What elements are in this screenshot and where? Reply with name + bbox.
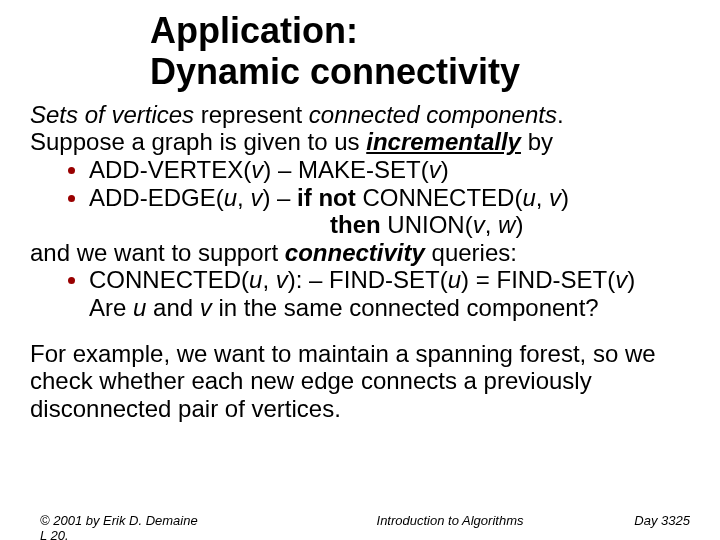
var-v2: v	[615, 266, 627, 293]
bullet-dot-icon	[68, 277, 75, 284]
bullet-dot-icon	[68, 167, 75, 174]
rp2: )	[561, 184, 569, 211]
text-incrementally: incrementally	[366, 128, 521, 155]
connected-op: CONNECTED	[89, 266, 241, 293]
var-v: v	[473, 211, 485, 238]
var-u2: u	[522, 184, 535, 211]
lp2: (	[440, 266, 448, 293]
bullet-add-edge-text: ADD-EDGE(u, v) – if not CONNECTED(u, v)	[89, 184, 698, 212]
then-union-line: then UNION(v, w)	[330, 211, 698, 239]
example-paragraph: For example, we want to maintain a spann…	[30, 340, 698, 423]
rp2: )	[461, 266, 469, 293]
support-suffix: queries:	[425, 239, 517, 266]
dash: –	[271, 156, 298, 183]
support-prefix: and we want to support	[30, 239, 285, 266]
copyright: © 2001 by Erik D. Demaine	[40, 513, 198, 528]
lp: (	[465, 211, 473, 238]
lp2: (	[421, 156, 429, 183]
rp: )	[288, 266, 296, 293]
q-u: u	[133, 294, 146, 321]
q-rest: in the same connected component?	[212, 294, 599, 321]
q-and: and	[146, 294, 199, 321]
paragraph-sets: Sets of vertices represent connected com…	[30, 101, 698, 129]
text-period: .	[557, 101, 564, 128]
comma2: ,	[536, 184, 549, 211]
text-sets-of-vertices: Sets of vertices	[30, 101, 194, 128]
paragraph-suppose: Suppose a graph is given to us increment…	[30, 128, 698, 156]
bullet-connected: CONNECTED(u, v): – FIND-SET(u) = FIND-SE…	[68, 266, 698, 294]
var-v: v	[250, 184, 262, 211]
bullet-connected-text: CONNECTED(u, v): – FIND-SET(u) = FIND-SE…	[89, 266, 698, 294]
rp: )	[515, 211, 523, 238]
add-vertex-op: ADD-VERTEX	[89, 156, 243, 183]
var-u: u	[224, 184, 237, 211]
var-v2: v	[549, 184, 561, 211]
q-v: v	[200, 294, 212, 321]
text-represent: represent	[194, 101, 309, 128]
var-u2: u	[448, 266, 461, 293]
footer-left: © 2001 by Erik D. Demaine L 20.	[40, 513, 300, 540]
text-suppose-suffix: by	[521, 128, 553, 155]
comma: ,	[237, 184, 250, 211]
footer-center: Introduction to Algorithms	[300, 513, 600, 528]
add-edge-op: ADD-EDGE	[89, 184, 216, 211]
text-connected-components: connected components	[309, 101, 557, 128]
colon-dash: : –	[296, 266, 329, 293]
then-kw: then	[330, 211, 381, 238]
var-u: u	[249, 266, 262, 293]
set-tail: SET	[560, 266, 607, 293]
lp3: (	[607, 266, 615, 293]
title-line-1: Application:	[150, 10, 358, 51]
dash: –	[270, 184, 297, 211]
slide-body: Sets of vertices represent connected com…	[30, 101, 698, 322]
lp: (	[241, 266, 249, 293]
footer: © 2001 by Erik D. Demaine L 20. Introduc…	[0, 513, 720, 540]
find-hyph: FIND-	[496, 266, 560, 293]
q-are: Are	[89, 294, 133, 321]
union-op: UNION	[387, 211, 464, 238]
footer-right: Day 3325	[600, 513, 690, 528]
bullet-add-vertex-text: ADD-VERTEX(v) – MAKE-SET(v)	[89, 156, 698, 184]
slide: Application: Dynamic connectivity Sets o…	[0, 10, 720, 540]
rp2: )	[441, 156, 449, 183]
lecture-number: L 20.	[40, 528, 69, 540]
var-v: v	[251, 156, 263, 183]
eq: =	[469, 266, 496, 293]
comma: ,	[485, 211, 498, 238]
text-suppose-prefix: Suppose a graph is given to us	[30, 128, 366, 155]
question-line: Are u and v in the same connected compon…	[89, 294, 698, 322]
if-not: if not	[297, 184, 356, 211]
find-set-op-1: FIND-SET	[329, 266, 440, 293]
bullet-add-edge: ADD-EDGE(u, v) – if not CONNECTED(u, v)	[68, 184, 698, 212]
rp3: )	[627, 266, 635, 293]
slide-title: Application: Dynamic connectivity	[150, 10, 720, 93]
title-line-2: Dynamic connectivity	[150, 51, 520, 92]
bullet-add-vertex: ADD-VERTEX(v) – MAKE-SET(v)	[68, 156, 698, 184]
connectivity-word: connectivity	[285, 239, 425, 266]
lp: (	[216, 184, 224, 211]
comma: ,	[262, 266, 275, 293]
var-v: v	[276, 266, 288, 293]
var-w: w	[498, 211, 515, 238]
bullet-dot-icon	[68, 195, 75, 202]
make-set-op: MAKE-SET	[298, 156, 421, 183]
paragraph-support: and we want to support connectivity quer…	[30, 239, 698, 267]
var-v2: v	[429, 156, 441, 183]
connected-op: CONNECTED	[362, 184, 514, 211]
